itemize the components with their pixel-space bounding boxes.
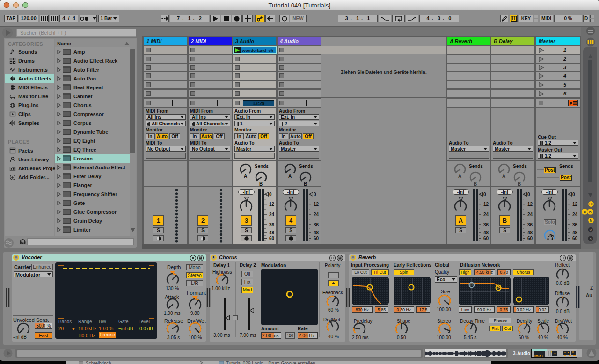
- svg-text:60: 60: [527, 236, 533, 241]
- svg-text:12: 12: [314, 202, 319, 207]
- svg-text:60: 60: [483, 236, 489, 241]
- svg-text:36: 36: [269, 222, 275, 227]
- svg-text:24: 24: [314, 212, 319, 217]
- svg-text:12: 12: [269, 202, 275, 207]
- svg-text:0: 0: [572, 192, 575, 197]
- svg-text:48: 48: [314, 230, 319, 235]
- svg-text:M: M: [590, 219, 592, 222]
- svg-text:48: 48: [269, 230, 275, 235]
- svg-text:0: 0: [483, 192, 486, 197]
- svg-text:12: 12: [527, 202, 533, 207]
- svg-text:D: D: [590, 228, 592, 231]
- svg-text:✕: ✕: [589, 237, 592, 240]
- svg-text:12: 12: [483, 202, 489, 207]
- svg-text:0: 0: [314, 192, 316, 197]
- svg-text:24: 24: [269, 212, 275, 217]
- svg-text:36: 36: [572, 222, 578, 227]
- svg-text:60: 60: [269, 236, 275, 241]
- svg-text:R: R: [589, 210, 592, 213]
- svg-text:12: 12: [572, 202, 578, 207]
- svg-text:24: 24: [527, 212, 533, 217]
- svg-text:24: 24: [483, 212, 489, 217]
- svg-text:2: 2: [497, 285, 500, 290]
- svg-text:48: 48: [483, 230, 489, 235]
- svg-text:60: 60: [314, 236, 319, 241]
- svg-text:I·O: I·O: [589, 203, 593, 205]
- svg-text:36: 36: [314, 222, 319, 227]
- svg-text:0: 0: [527, 192, 530, 197]
- svg-text:0: 0: [269, 192, 272, 197]
- svg-text:24: 24: [572, 212, 578, 217]
- svg-text:1: 1: [470, 283, 473, 288]
- svg-text:S: S: [584, 210, 586, 213]
- svg-text:48: 48: [527, 230, 533, 235]
- svg-text:36: 36: [483, 222, 489, 227]
- svg-text:60: 60: [572, 236, 578, 241]
- svg-text:36: 36: [527, 222, 533, 227]
- svg-text:48: 48: [572, 230, 578, 235]
